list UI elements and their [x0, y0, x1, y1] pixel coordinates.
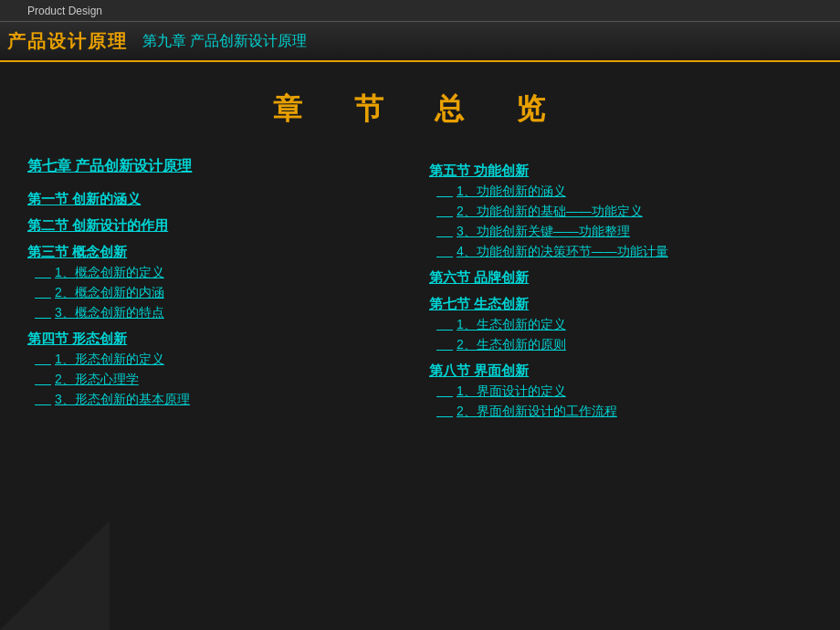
section-header-right-0[interactable]: 第五节 功能创新 — [429, 163, 813, 180]
sub-item-left-6[interactable]: 3、概念创新的特点 — [27, 305, 411, 321]
sub-item-right-7[interactable]: 1、生态创新的定义 — [429, 317, 813, 333]
sub-item-left-5[interactable]: 2、概念创新的内涵 — [27, 285, 411, 301]
section-header-right-6[interactable]: 第七节 生态创新 — [429, 296, 813, 313]
main-content: 章 节 总 览 第七章 产品创新设计原理第一节 创新的涵义第二节 创新设计的作用… — [0, 62, 840, 630]
section-header-left-1[interactable]: 第一节 创新的涵义 — [27, 191, 411, 208]
sub-item-right-2[interactable]: 2、功能创新的基础——功能定义 — [429, 204, 813, 220]
right-column: 第五节 功能创新1、功能创新的涵义2、功能创新的基础——功能定义3、功能创新关键… — [429, 157, 813, 420]
sub-item-left-9[interactable]: 2、形态心理学 — [27, 372, 411, 388]
sub-item-right-1[interactable]: 1、功能创新的涵义 — [429, 184, 813, 200]
sub-item-left-8[interactable]: 1、形态创新的定义 — [27, 352, 411, 368]
header-chapter: 第九章 产品创新设计原理 — [142, 32, 307, 51]
section-header-left-7[interactable]: 第四节 形态创新 — [27, 331, 411, 348]
top-bar-label: Product Design — [27, 5, 102, 17]
overview-title: 章 节 总 览 — [273, 89, 568, 130]
chapter-header[interactable]: 第七章 产品创新设计原理 — [27, 157, 411, 176]
header-title: 产品设计原理 — [7, 29, 128, 54]
sub-item-right-11[interactable]: 2、界面创新设计的工作流程 — [429, 404, 813, 420]
section-header-left-2[interactable]: 第二节 创新设计的作用 — [27, 217, 411, 235]
top-bar: Product Design — [0, 0, 840, 22]
columns: 第七章 产品创新设计原理第一节 创新的涵义第二节 创新设计的作用第三节 概念创新… — [27, 157, 813, 420]
sub-item-right-10[interactable]: 1、界面设计的定义 — [429, 383, 813, 400]
sub-item-right-3[interactable]: 3、功能创新关键——功能整理 — [429, 224, 813, 240]
sub-item-right-8[interactable]: 2、生态创新的原则 — [429, 337, 813, 353]
left-column: 第七章 产品创新设计原理第一节 创新的涵义第二节 创新设计的作用第三节 概念创新… — [27, 157, 411, 420]
section-header-left-3[interactable]: 第三节 概念创新 — [27, 244, 411, 261]
sub-item-right-4[interactable]: 4、功能创新的决策环节——功能计量 — [429, 244, 813, 260]
sub-item-left-10[interactable]: 3、形态创新的基本原理 — [27, 392, 411, 408]
section-header-right-9[interactable]: 第八节 界面创新 — [429, 362, 813, 380]
sub-item-left-4[interactable]: 1、概念创新的定义 — [27, 265, 411, 281]
section-header-right-5[interactable]: 第六节 品牌创新 — [429, 269, 813, 287]
header-row: 产品设计原理 第九章 产品创新设计原理 — [0, 22, 840, 62]
